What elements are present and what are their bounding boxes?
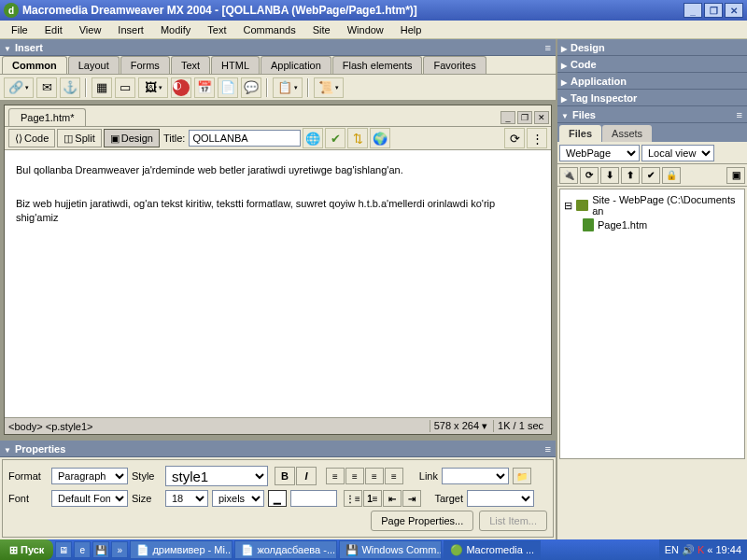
italic-button[interactable]: I [296, 467, 317, 485]
clock[interactable]: 19:44 [715, 544, 741, 555]
doc-restore-button[interactable]: ❐ [517, 111, 532, 124]
tray-icon[interactable]: 🔊 [682, 544, 695, 556]
outdent-button[interactable]: ⇤ [383, 490, 402, 507]
doc-close-button[interactable]: ✕ [534, 111, 549, 124]
link-folder-button[interactable]: 📁 [513, 468, 531, 484]
tab-favorites[interactable]: Favorites [423, 56, 486, 74]
checkout-button[interactable]: ✔ [641, 167, 660, 184]
tab-common[interactable]: Common [2, 56, 67, 74]
align-right-button[interactable]: ≡ [365, 468, 384, 484]
quick-launch-save[interactable]: 💾 [92, 541, 109, 558]
doc-tab-page1[interactable]: Page1.htm* [8, 108, 86, 126]
start-button[interactable]: ⊞Пуск [0, 539, 53, 560]
tag-selector[interactable]: <body> <p.style1> [8, 421, 93, 432]
task-word-2[interactable]: 📄 жолдасбаева -... [234, 540, 337, 559]
page-title-input[interactable] [189, 130, 301, 147]
tab-layout[interactable]: Layout [68, 56, 120, 74]
align-left-button[interactable]: ≡ [326, 468, 345, 484]
minimize-button[interactable]: _ [684, 3, 702, 18]
color-input[interactable] [290, 490, 337, 507]
quick-launch-desktop[interactable]: 🖥 [55, 541, 72, 558]
style-select[interactable]: style1 [165, 466, 268, 486]
format-select[interactable]: Paragraph [51, 468, 128, 484]
task-commander[interactable]: 💾 Windows Comm... [339, 540, 442, 559]
menu-edit[interactable]: Edit [37, 22, 70, 37]
application-panel-header[interactable]: Application [557, 73, 747, 90]
menu-modify[interactable]: Modify [153, 22, 198, 37]
server-include-button[interactable]: 📄 [218, 77, 238, 98]
layer-button[interactable]: ▭ [115, 77, 135, 98]
align-justify-button[interactable]: ≡ [385, 468, 403, 484]
menu-help[interactable]: Help [393, 22, 430, 37]
refresh-files-button[interactable]: ⟳ [580, 167, 599, 184]
file-tree[interactable]: ⊟ Site - WebPage (C:\Documents an Page1.… [559, 189, 745, 459]
list-item-button[interactable]: List Item... [479, 511, 547, 531]
tray-expand-icon[interactable]: « [707, 544, 712, 555]
tray-icon[interactable]: K [698, 544, 704, 555]
color-picker[interactable]: ▁ [268, 490, 287, 507]
anchor-button[interactable]: ⚓ [60, 77, 80, 98]
tab-application[interactable]: Application [261, 56, 331, 74]
close-button[interactable]: ✕ [725, 3, 743, 18]
properties-panel-header[interactable]: Properties≡ [0, 441, 556, 457]
menu-site[interactable]: Site [305, 22, 338, 37]
indent-button[interactable]: ⇥ [402, 490, 421, 507]
menu-file[interactable]: File [4, 22, 35, 37]
units-select[interactable]: pixels [212, 490, 264, 507]
connect-button[interactable]: 🔌 [559, 167, 578, 184]
validate-button[interactable]: ✔ [325, 128, 345, 148]
menu-text[interactable]: Text [200, 22, 233, 37]
code-view-button[interactable]: ⟨⟩Code [8, 129, 55, 147]
design-view-button[interactable]: ▣Design [104, 129, 160, 147]
get-button[interactable]: ⬇ [600, 167, 619, 184]
tag-inspector-panel-header[interactable]: Tag Inspector [557, 90, 747, 106]
email-link-button[interactable]: ✉ [36, 77, 57, 98]
view-select[interactable]: Local view [641, 145, 714, 161]
file-management-button[interactable]: ⇅ [347, 128, 368, 148]
table-button[interactable]: ▦ [92, 77, 112, 98]
language-indicator[interactable]: EN [665, 544, 679, 555]
tab-flash[interactable]: Flash elements [332, 56, 423, 74]
bold-button[interactable]: B [275, 467, 295, 485]
tree-item-page1[interactable]: Page1.htm [564, 217, 740, 232]
expand-button[interactable]: ▣ [726, 167, 745, 184]
image-button[interactable]: 🖼 [138, 77, 168, 98]
system-tray[interactable]: EN 🔊 K « 19:44 [659, 539, 747, 560]
page-properties-button[interactable]: Page Properties... [371, 511, 473, 531]
quick-launch-ie[interactable]: e [74, 541, 91, 558]
restore-button[interactable]: ❐ [704, 3, 723, 18]
align-center-button[interactable]: ≡ [345, 468, 364, 484]
head-button[interactable]: 📋 [273, 77, 303, 98]
tab-text[interactable]: Text [171, 56, 210, 74]
task-dreamweaver[interactable]: 🟢 Macromedia ... [444, 540, 541, 559]
tab-forms[interactable]: Forms [120, 56, 170, 74]
comment-button[interactable]: 💬 [241, 77, 261, 98]
design-panel-header[interactable]: Design [557, 39, 747, 56]
link-select[interactable] [442, 468, 509, 484]
font-select[interactable]: Default Font [51, 490, 128, 507]
window-size[interactable]: 578 x 264 ▾ [430, 420, 491, 432]
menu-commands[interactable]: Commands [235, 22, 303, 37]
tab-html[interactable]: HTML [211, 56, 260, 74]
hyperlink-button[interactable]: 🔗 [4, 77, 34, 98]
unordered-list-button[interactable]: ⋮≡ [344, 490, 362, 507]
menu-window[interactable]: Window [340, 22, 391, 37]
site-select[interactable]: WebPage [559, 145, 640, 161]
menu-view[interactable]: View [72, 22, 109, 37]
date-button[interactable]: 📅 [194, 77, 215, 98]
task-word-1[interactable]: 📄 дримвивер - Mi... [130, 540, 233, 559]
checkin-button[interactable]: 🔒 [662, 167, 681, 184]
view-options-button[interactable]: ⋮ [527, 128, 547, 148]
document-design-area[interactable]: Bul qollanba Dreamweaver ja'rdeminde web… [5, 150, 551, 417]
files-panel-header[interactable]: Files≡ [557, 106, 747, 123]
assets-tab[interactable]: Assets [602, 125, 652, 142]
split-view-button[interactable]: ◫Split [57, 129, 101, 147]
preview-button[interactable]: 🌍 [370, 128, 390, 148]
code-panel-header[interactable]: Code [557, 56, 747, 73]
quick-launch-expand[interactable]: » [111, 541, 128, 558]
ordered-list-button[interactable]: 1≡ [363, 490, 382, 507]
no-browser-check-button[interactable]: 🌐 [303, 128, 323, 148]
target-select[interactable] [467, 490, 534, 507]
menu-insert[interactable]: Insert [110, 22, 151, 37]
files-tab[interactable]: Files [559, 125, 601, 142]
